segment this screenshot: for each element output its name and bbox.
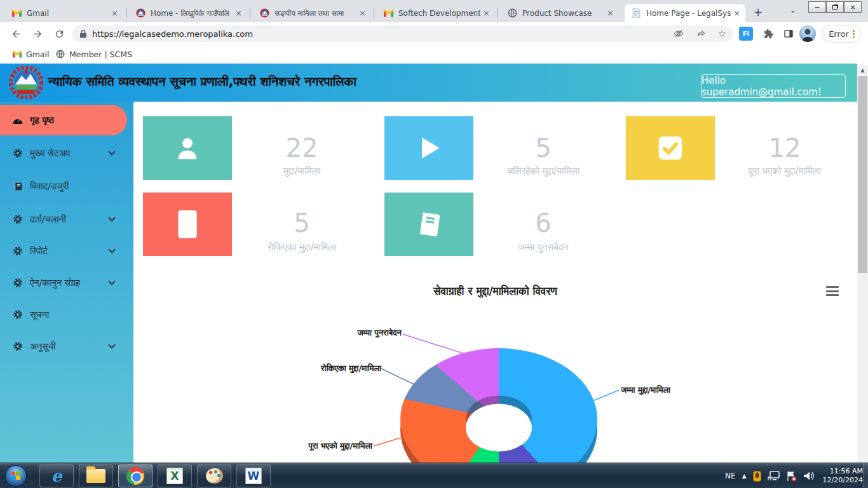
slice-label-stopped[interactable]: रोकिएका मुद्दा/मामिला — [321, 363, 381, 374]
tab-softech[interactable]: Softech Development - × — [377, 4, 495, 22]
stat-card-stopped-cases — [143, 193, 232, 256]
tab-title: Softech Development - — [398, 9, 480, 18]
gear-icon — [11, 214, 24, 224]
folder-icon — [86, 469, 105, 483]
volume-icon[interactable] — [803, 471, 814, 481]
slice-label-appeals[interactable]: जम्मा पुनराबेदन — [357, 328, 402, 338]
hidden-icons-arrow[interactable]: ▲ — [742, 473, 747, 479]
bookmark-label: Member | SCMS — [69, 50, 132, 59]
stat-card-completed-cases — [626, 116, 715, 180]
browser-tab-strip: Gmail × Home - लिखुपिके गाउँपालि × सङ्घी… — [0, 0, 868, 22]
gmail-favicon — [383, 8, 393, 18]
start-button[interactable] — [5, 465, 27, 487]
sidebar-item-label: मुख्य सेटअप — [30, 148, 70, 159]
window-minimize-button[interactable]: ─ — [808, 1, 826, 13]
sidebar-item-schedule[interactable]: अनुसूची — [0, 334, 133, 359]
stat-label: पूरा भएको मुद्दा/मामिला — [702, 165, 857, 177]
bookmark-star-icon[interactable]: ☆ — [718, 28, 726, 39]
paint-palette-icon — [206, 468, 223, 484]
sidebar-item-law-collection[interactable]: ऐन/कानुन संग्रह — [0, 270, 133, 295]
bookmark-gmail[interactable]: Gmail — [13, 48, 49, 60]
side-panel-icon[interactable] — [780, 25, 797, 42]
stat-value: 6 — [473, 208, 613, 238]
browser-toolbar: https://legalcasedemo.meropalika.com ☆ F… — [0, 22, 868, 44]
fi-extension-icon[interactable]: FI — [739, 27, 753, 41]
chevron-down-icon — [108, 148, 115, 155]
sidebar-item-main-setup[interactable]: मुख्य सेटअप — [0, 140, 133, 166]
sidebar-item-darta-chalani[interactable]: दर्ता/चलानी — [0, 207, 133, 232]
extensions-puzzle-icon[interactable] — [760, 25, 776, 42]
sidebar-item-report[interactable]: रिपोर्ट — [0, 238, 133, 264]
scroll-up-arrow-icon[interactable]: ▲ — [857, 65, 868, 75]
tab-title: Home - लिखुपिके गाउँपालि — [151, 9, 233, 18]
tab-close-icon[interactable]: × — [111, 8, 118, 18]
taskbar-chrome-active[interactable] — [118, 464, 153, 487]
taskbar-word[interactable]: W — [236, 464, 271, 487]
gmail-favicon — [11, 8, 22, 18]
chevron-down-icon — [108, 341, 115, 348]
lock-icon — [79, 29, 87, 38]
tachometer-icon — [11, 116, 24, 125]
sidebar-item-dispute-complaint[interactable]: विवाद/उजुरी — [0, 173, 133, 199]
tab-gmail[interactable]: Gmail × — [5, 4, 123, 22]
taskbar-internet-explorer[interactable]: e — [39, 464, 74, 487]
gear-icon — [11, 246, 24, 256]
excel-icon: X — [166, 468, 183, 484]
tray-clock[interactable]: 11:56 AM 12/20/2024 — [823, 467, 863, 485]
window-close-button[interactable]: × — [844, 1, 862, 13]
tab-product-showcase[interactable]: Product Showcase × — [501, 4, 619, 22]
taskbar-excel[interactable]: X — [158, 464, 192, 487]
tab-sanghiya-mamila[interactable]: सङ्घीय मामिला तथा सामा × — [253, 4, 371, 22]
tab-close-icon[interactable]: × — [483, 8, 490, 18]
sidebar-item-notice[interactable]: सूचना — [0, 302, 133, 327]
forward-button[interactable] — [29, 25, 46, 42]
scrollbar-thumb[interactable] — [858, 76, 867, 273]
address-bar[interactable]: https://legalcasedemo.meropalika.com ☆ — [72, 25, 733, 42]
windows-taskbar: e X W NE ▲ 11:56 AM 12/20/2024 — [0, 463, 868, 488]
gear-icon — [11, 341, 24, 351]
slice-label-completed[interactable]: पूरा भएको मुद्दा/मामिला — [309, 441, 372, 451]
chevron-down-icon — [108, 246, 115, 253]
gear-icon — [11, 148, 24, 158]
new-tab-button[interactable]: + — [754, 6, 763, 18]
sidebar-item-home[interactable]: गृह पृष्ठ — [0, 105, 127, 135]
tab-close-icon[interactable]: × — [733, 8, 740, 18]
tab-close-icon[interactable]: × — [607, 8, 614, 18]
page-scrollbar[interactable]: ▲ — [857, 65, 868, 463]
action-center-flag-icon[interactable] — [786, 471, 797, 482]
show-desktop-button[interactable] — [864, 463, 868, 488]
reload-button[interactable] — [51, 25, 67, 42]
hidden-eye-icon[interactable] — [673, 29, 684, 39]
chrome-icon — [126, 467, 144, 485]
tab-close-icon[interactable]: × — [359, 8, 366, 18]
taskbar-file-explorer[interactable] — [79, 464, 113, 487]
bookmark-member-scms[interactable]: Member | SCMS — [56, 48, 132, 60]
dashboard-main: 22 मुद्दा/मामिला 5 चलिरहेको मुद्दा/मामिल… — [133, 102, 857, 463]
tray-time: 11:56 AM — [823, 467, 863, 476]
slice-label-total[interactable]: जम्मा मुद्दा/मामिला — [621, 385, 670, 395]
tab-close-icon[interactable]: × — [235, 8, 242, 18]
browser-error-menu-button[interactable]: Error — [822, 25, 862, 43]
tray-app-icon[interactable] — [753, 471, 761, 482]
tab-home-legalsystem-active[interactable]: Home Page - LegalSyste × — [625, 4, 745, 22]
book-icon — [11, 182, 24, 191]
tab-title: Product Showcase — [522, 9, 604, 18]
back-button[interactable] — [8, 25, 24, 42]
tab-home-gaupalika[interactable]: Home - लिखुपिके गाउँपालि × — [129, 4, 247, 22]
window-restore-button[interactable] — [826, 1, 844, 13]
chevron-down-icon — [108, 214, 115, 221]
stat-value: 5 — [232, 208, 372, 238]
chevron-down-icon — [108, 278, 115, 285]
language-indicator[interactable]: NE — [725, 471, 736, 480]
word-icon: W — [245, 468, 262, 484]
user-greeting[interactable]: Hello superadmin@gmail.com! — [701, 74, 846, 98]
tab-search-chevron-icon[interactable]: ⌄ — [790, 6, 796, 15]
tray-date: 12/20/2024 — [823, 476, 863, 485]
network-icon[interactable] — [768, 471, 780, 481]
profile-avatar[interactable] — [799, 25, 816, 42]
pie-chart-section: सेवाग्राही र मुद्दा/मामिलाको विवरण जम्मा… — [133, 273, 857, 463]
share-icon[interactable] — [696, 29, 707, 39]
taskbar-paint[interactable] — [197, 464, 231, 487]
error-label: Error — [829, 29, 849, 39]
stat-value: 12 — [715, 133, 855, 163]
